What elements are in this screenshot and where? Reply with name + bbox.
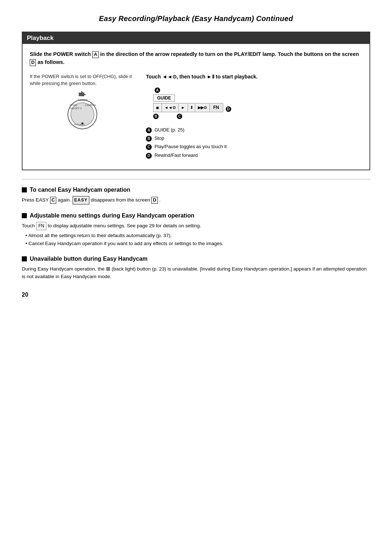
label-b-bottom: B	[153, 113, 159, 119]
svg-text:MODE: MODE	[70, 104, 77, 106]
diagram-legend: A GUIDE (p. 25) B Stop C Play/Pause togg…	[146, 126, 362, 160]
svg-text:CAMERA: CAMERA	[85, 104, 96, 106]
box-a-inline: A	[92, 51, 98, 58]
legend-a-circle: A	[146, 127, 152, 133]
bullet-item-1: Almost all the settings return to their …	[25, 232, 370, 240]
pause-btn[interactable]: Ⅱ	[188, 104, 195, 111]
section-divider	[22, 179, 370, 179]
page-number: 20	[22, 292, 370, 298]
easy-badge: EASY	[73, 196, 90, 204]
unavailable-section: Unavailable button during Easy Handycam …	[22, 256, 370, 281]
controls-row: ■ ◄◄⊙ ► Ⅱ ▶▶⊙ FN	[153, 103, 223, 112]
adjustable-section: Adjustable menu settings during Easy Han…	[22, 212, 370, 247]
cancel-body: Press EASY C again. EASY disappears from…	[22, 196, 370, 204]
box-d-cancel: D	[151, 197, 158, 204]
bullet-item-2: Cancel Easy Handycam operation if you wa…	[25, 240, 370, 248]
ff-btn[interactable]: ▶▶⊙	[195, 104, 210, 111]
legend-a-text: GUIDE (p. 25)	[155, 127, 184, 133]
svg-point-9	[81, 122, 83, 125]
stop-btn[interactable]: ■	[154, 103, 162, 112]
legend-c-text: Play/Pause toggles as you touch it	[155, 144, 227, 149]
fn-btn[interactable]: FN	[210, 103, 223, 111]
black-square-adjustable	[22, 213, 27, 218]
playback-title: Playback	[23, 32, 369, 44]
legend-d-circle: D	[146, 153, 152, 159]
intro-text: Slide the POWER switch A in the directio…	[30, 50, 362, 66]
adjustable-title: Adjustable menu settings during Easy Han…	[22, 212, 370, 219]
legend-b-circle: B	[146, 136, 152, 142]
playback-section: Playback Slide the POWER switch A in the…	[22, 32, 370, 170]
guide-button[interactable]: GUIDE	[153, 94, 175, 102]
label-c-bottom: C	[177, 113, 182, 119]
label-d-side: D	[226, 106, 231, 112]
adjustable-body: Touch FN to display adjustable menu sett…	[22, 222, 370, 247]
box-d-inline: D	[30, 59, 36, 66]
svg-marker-1	[81, 91, 86, 95]
page-header: Easy Recording/Playback (Easy Handycam) …	[22, 15, 370, 23]
fn-inline: FN	[36, 222, 46, 230]
cancel-section: To cancel Easy Handycam operation Press …	[22, 187, 370, 204]
play-btn[interactable]: ►	[179, 104, 188, 111]
black-square-cancel	[22, 187, 27, 192]
power-switch-diagram: MODE ON/OFF C CAMERA POWER PLAY/EDIT	[30, 91, 135, 134]
unavailable-title: Unavailable button during Easy Handycam	[22, 256, 370, 262]
legend-d-text: Rewind/Fast forward	[155, 153, 198, 158]
label-a-top: A	[155, 87, 160, 93]
box-c-cancel: C	[50, 197, 56, 204]
legend-b-text: Stop	[155, 135, 164, 141]
black-square-unavailable	[22, 256, 27, 261]
adjustable-bullets: Almost all the settings return to their …	[22, 232, 370, 247]
rewind-btn[interactable]: ◄◄⊙	[162, 104, 179, 111]
touch-instruction: Touch ◄◄⊙, then touch ►Ⅱ to start playba…	[146, 73, 362, 81]
svg-text:ON/OFF C: ON/OFF C	[70, 107, 82, 110]
cancel-title: To cancel Easy Handycam operation	[22, 187, 370, 193]
svg-text:POWER: POWER	[78, 99, 87, 101]
svg-text:PLAY/EDIT: PLAY/EDIT	[74, 123, 85, 126]
legend-c-circle: C	[146, 144, 152, 150]
left-col-text: If the POWER switch is set to OFF(CHG), …	[30, 73, 135, 87]
unavailable-body: During Easy Handycam operation, the ⊠ (b…	[22, 265, 370, 281]
